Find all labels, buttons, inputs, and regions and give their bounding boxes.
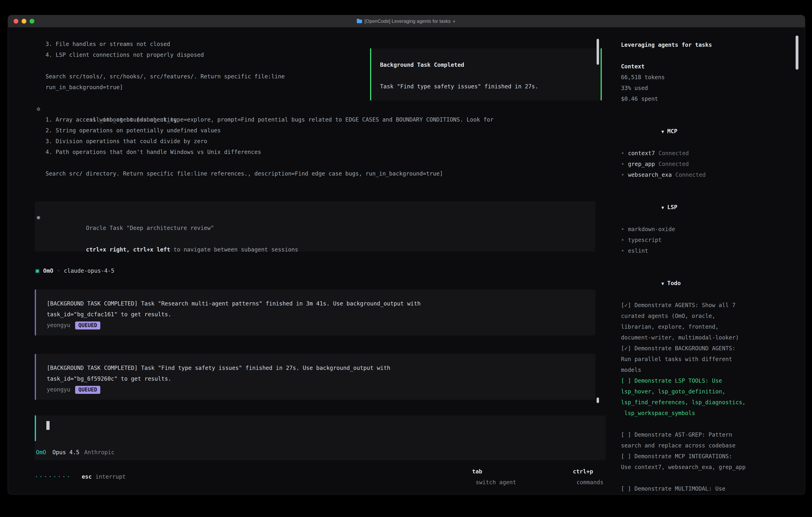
context-tokens: 66,518 tokens	[621, 72, 805, 83]
subagent-navigation-hint: ctrl+x right, ctrl+x left to navigate be…	[46, 234, 596, 244]
commands-hint-group: ctrl+p commands	[526, 455, 603, 495]
input-model-name: Opus 4.5	[53, 447, 80, 458]
context-spent: $0.46 spent	[621, 93, 805, 104]
folder-icon	[357, 19, 362, 23]
todo-list: [✓] Demonstrate AGENTS: Show all 7 curat…	[621, 300, 805, 494]
chevron-down-icon: ▼	[661, 281, 664, 286]
close-button[interactable]	[13, 19, 19, 24]
message-author: yeongyu	[47, 320, 70, 331]
sidebar-scrollbar-thumb[interactable]	[795, 35, 799, 70]
notification-body: Task "Find type safety issues" finished …	[380, 81, 601, 92]
bullet-icon: •	[621, 169, 625, 180]
main-scrollbar-thumb-bottom[interactable]	[597, 398, 599, 403]
tab-hint-group: tab switch agent	[425, 455, 516, 495]
agent-model: claude-opus-4-5	[64, 266, 115, 276]
message-author: yeongyu	[47, 384, 70, 395]
lsp-section: ▼LSP • markdown-oxide • typescri	[621, 191, 805, 256]
lsp-item-name: eslint	[628, 245, 648, 256]
terminal-line	[46, 158, 607, 168]
mcp-item: • context7 Connected	[621, 148, 805, 159]
maximize-button[interactable]	[30, 19, 34, 24]
gear-icon: ⚙	[37, 104, 40, 114]
separator-dot: ·	[57, 266, 60, 276]
todo-heading[interactable]: ▼Todo	[621, 267, 805, 300]
message-list: [BACKGROUND TASK COMPLETED] Task "Resear…	[8, 290, 607, 400]
busy-spinner-icon: ········	[35, 471, 71, 482]
mcp-item-name: grep_app	[628, 159, 655, 169]
conversation-area: 3. File handles or streams not closed4. …	[8, 28, 607, 494]
titlebar: [OpenCode] Leveraging agents for tasks ◐	[8, 15, 805, 28]
agent-square-icon: ▣	[35, 266, 39, 276]
message-line-2: task_id="bg_dcfac161" to get results.	[47, 309, 596, 320]
session-indicator-icon: ◐	[453, 19, 456, 24]
notification-toast: Background Task Completed Task "Find typ…	[370, 48, 602, 100]
ctrlp-key-label: commands	[576, 479, 603, 485]
todo-item: [ ] Demonstrate LSP TOOLS: Use lsp_hover…	[621, 376, 805, 419]
bullet-icon: •	[621, 245, 625, 256]
lsp-heading-label: LSP	[667, 204, 677, 210]
mcp-heading[interactable]: ▼MCP	[621, 115, 805, 148]
lsp-item: • typescript	[621, 235, 805, 245]
todo-item: [✓] Demonstrate AGENTS: Show all 7 curat…	[621, 300, 805, 343]
text-cursor	[46, 421, 50, 430]
shortcut-keys: ctrl+x right, ctrl+x left	[86, 246, 170, 253]
terminal-line: 3. Division operations that could divide…	[46, 136, 607, 147]
message-line-1: [BACKGROUND TASK COMPLETED] Task "Find t…	[47, 363, 596, 374]
fisheye-icon: ◉	[37, 212, 40, 223]
lsp-item: • markdown-oxide	[621, 224, 805, 235]
message-meta-row: yeongyu QUEUED	[47, 320, 596, 331]
terminal-line: Search src/ directory. Return specific f…	[46, 168, 607, 179]
window-title: [OpenCode] Leveraging agents for tasks ◐	[357, 19, 456, 24]
context-used: 33% used	[621, 83, 805, 93]
mcp-item-name: websearch_exa	[628, 169, 672, 180]
context-heading: Context	[621, 61, 805, 72]
mcp-item-name: context7	[628, 148, 655, 159]
chevron-down-icon: ▼	[661, 129, 664, 134]
model-row: OmO Opus 4.5 Anthropic	[36, 447, 115, 458]
todo-item: [ ] Demonstrate AST-GREP: Pattern search…	[621, 430, 805, 451]
esc-key-label: interrupt	[95, 471, 126, 482]
oracle-task-title-row: ◉Oracle Task "Deep architecture review"	[46, 212, 596, 223]
agent-header: ▣ OmO · claude-opus-4-5	[35, 266, 607, 276]
bullet-icon: •	[621, 159, 625, 169]
esc-key-hint: esc	[82, 471, 92, 482]
shortcut-description: to navigate between subagent sessions	[170, 246, 298, 253]
background-task-message: [BACKGROUND TASK COMPLETED] Task "Find t…	[35, 354, 596, 400]
main-scrollbar[interactable]	[597, 28, 599, 494]
mcp-item-status: Connected	[659, 159, 689, 169]
chevron-down-icon: ▼	[661, 205, 664, 210]
tab-key-hint: tab	[472, 468, 482, 474]
lsp-heading[interactable]: ▼LSP	[621, 191, 805, 224]
screen: [OpenCode] Leveraging agents for tasks ◐…	[0, 0, 812, 517]
terminal-line: 4. Path operations that don't handle Win…	[46, 147, 607, 158]
tool-call-text: call_omo_agent [subagent_type=explore, p…	[86, 116, 494, 123]
message-meta-row: yeongyu QUEUED	[47, 384, 596, 395]
bullet-icon: •	[621, 235, 625, 245]
minimize-button[interactable]	[22, 19, 26, 24]
lsp-item: • eslint	[621, 245, 805, 256]
oracle-task-panel: ◉Oracle Task "Deep architecture review" …	[35, 201, 596, 251]
background-task-message: [BACKGROUND TASK COMPLETED] Task "Resear…	[35, 290, 596, 335]
lsp-item-name: markdown-oxide	[628, 224, 675, 235]
input-agent-name: OmO	[36, 447, 46, 458]
session-title: Leveraging agents for tasks	[621, 39, 805, 50]
bullet-icon: •	[621, 148, 625, 159]
main-scrollbar-thumb-top[interactable]	[597, 39, 599, 65]
ctrlp-key-hint: ctrl+p	[573, 468, 593, 474]
input-model-provider: Anthropic	[84, 447, 115, 458]
context-section: Context 66,518 tokens 33% used $0.46 spe…	[621, 61, 805, 104]
terminal-line: 2. String operations on potentially unde…	[46, 125, 607, 136]
todo-section: ▼Todo [✓] Demonstrate AGENTS: Show all 7…	[621, 267, 805, 494]
prompt-input[interactable]: OmO Opus 4.5 Anthropic	[35, 415, 606, 460]
sidebar: Leveraging agents for tasks Context 66,5…	[607, 28, 805, 494]
mcp-section: ▼MCP • context7 Connected •	[621, 115, 805, 180]
window-title-text: [OpenCode] Leveraging agents for tasks	[365, 19, 451, 24]
mcp-item: • websearch_exa Connected	[621, 169, 805, 180]
status-badge: QUEUED	[75, 386, 100, 393]
opencode-window: [OpenCode] Leveraging agents for tasks ◐…	[8, 15, 805, 495]
message-line-1: [BACKGROUND TASK COMPLETED] Task "Resear…	[47, 298, 596, 309]
lsp-list: • markdown-oxide • typescript • es	[621, 224, 805, 256]
todo-item: [ ] Demonstrate MCP INTEGRATIONS: Use co…	[621, 451, 805, 472]
notification-title: Background Task Completed	[380, 60, 601, 71]
status-bar: ········ esc interrupt tab switch agent …	[35, 471, 603, 482]
